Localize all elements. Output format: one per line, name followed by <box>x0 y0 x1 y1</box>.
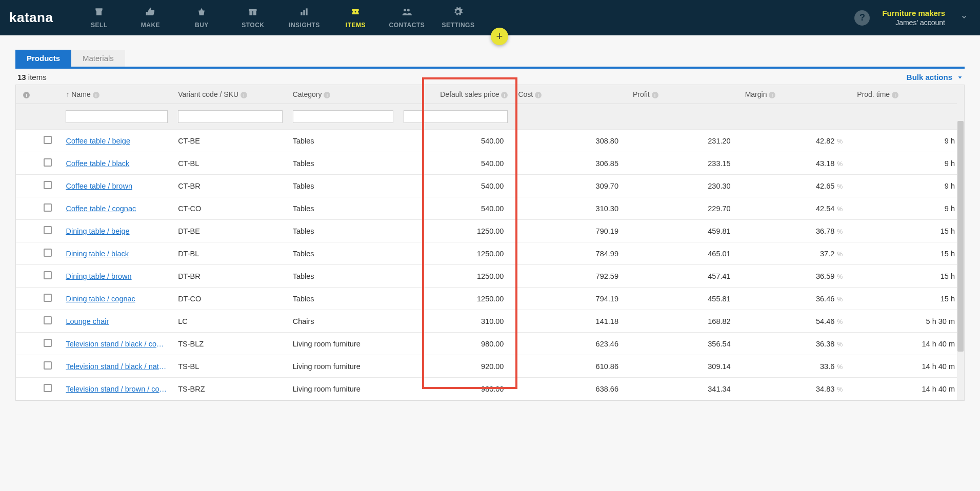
cell-sku: CT-BR <box>173 175 288 197</box>
nav-sell[interactable]: SELL <box>73 7 125 29</box>
row-checkbox[interactable] <box>44 226 52 234</box>
product-link[interactable]: Coffee table / brown <box>61 175 173 197</box>
tab-materials[interactable]: Materials <box>71 50 125 67</box>
cell-time: 15 h <box>852 220 964 242</box>
cell-price: 920.00 <box>398 355 513 378</box>
row-checkbox[interactable] <box>44 203 52 212</box>
grid-wrap: i ↑ Namei Variant code / SKUi Categoryi … <box>15 85 965 401</box>
account-user: James' account <box>882 18 945 27</box>
cell-category: Tables <box>288 152 398 175</box>
nav-buy[interactable]: BUY <box>176 7 227 29</box>
account-menu[interactable]: Furniture makers James' account <box>882 8 945 28</box>
cell-cost: 792.59 <box>513 265 628 288</box>
chevron-down-icon[interactable] <box>957 13 971 22</box>
table-row: Coffee table / brownCT-BRTables540.00309… <box>16 175 964 197</box>
tab-products[interactable]: Products <box>15 50 71 67</box>
col-category[interactable]: Categoryi <box>288 85 398 104</box>
cell-price: 1250.00 <box>398 220 513 242</box>
cell-time: 9 h <box>852 197 964 220</box>
cell-profit: 233.15 <box>628 152 740 175</box>
cell-category: Tables <box>288 220 398 242</box>
cell-cost: 610.86 <box>513 355 628 378</box>
cell-profit: 168.82 <box>628 310 740 333</box>
filter-price[interactable] <box>404 110 508 123</box>
row-checkbox[interactable] <box>44 136 52 144</box>
product-link[interactable]: Coffee table / cognac <box>61 197 173 220</box>
add-button[interactable]: + <box>491 28 508 45</box>
nav-label: STOCK <box>242 22 264 29</box>
row-checkbox[interactable] <box>44 384 52 392</box>
col-margin[interactable]: Margini <box>740 85 852 104</box>
svg-rect-3 <box>301 12 303 15</box>
cell-time: 5 h 30 m <box>852 310 964 333</box>
product-link[interactable]: Dining table / brown <box>61 265 173 288</box>
product-link[interactable]: Television stand / black / cognac <box>61 333 173 355</box>
cell-time: 14 h 40 m <box>852 378 964 400</box>
table-row: Dining table / blackDT-BLTables1250.0078… <box>16 242 964 265</box>
table-row: Lounge chairLCChairs310.00141.18168.8254… <box>16 310 964 333</box>
gear-icon <box>453 7 463 19</box>
table-row: Dining table / brownDT-BRTables1250.0079… <box>16 265 964 288</box>
cell-margin: 36.59 % <box>740 265 852 288</box>
cell-profit: 229.70 <box>628 197 740 220</box>
tabs: ProductsMaterials <box>15 50 965 67</box>
top-nav: katana SELLMAKEBUYSTOCKINSIGHTSITEMSCONT… <box>0 0 980 35</box>
bulk-actions-button[interactable]: Bulk actions <box>907 73 963 81</box>
col-profit[interactable]: Profiti <box>628 85 740 104</box>
cell-time: 15 h <box>852 242 964 265</box>
row-checkbox[interactable] <box>44 158 52 167</box>
product-link[interactable]: Television stand / brown / cognac <box>61 378 173 400</box>
product-link[interactable]: Lounge chair <box>61 310 173 333</box>
cell-time: 9 h <box>852 152 964 175</box>
scroll-thumb[interactable] <box>957 121 964 352</box>
svg-rect-5 <box>306 8 308 15</box>
filter-category[interactable] <box>293 110 393 123</box>
cell-category: Tables <box>288 288 398 310</box>
cell-profit: 356.54 <box>628 333 740 355</box>
nav-stock[interactable]: STOCK <box>227 7 278 29</box>
col-time[interactable]: Prod. timei <box>852 85 964 104</box>
nav-contacts[interactable]: CONTACTS <box>381 7 432 29</box>
products-table: i ↑ Namei Variant code / SKUi Categoryi … <box>16 85 964 400</box>
row-checkbox[interactable] <box>44 361 52 370</box>
product-link[interactable]: Television stand / black / natural <box>61 355 173 378</box>
nav-label: SETTINGS <box>442 22 474 29</box>
col-price[interactable]: Default sales pricei <box>398 85 513 104</box>
filter-name[interactable] <box>66 110 168 123</box>
cell-profit: 309.14 <box>628 355 740 378</box>
cell-category: Tables <box>288 175 398 197</box>
nav-settings[interactable]: SETTINGS <box>432 7 484 29</box>
row-checkbox[interactable] <box>44 294 52 302</box>
col-name[interactable]: ↑ Namei <box>61 85 173 104</box>
product-link[interactable]: Dining table / cognac <box>61 288 173 310</box>
col-sku[interactable]: Variant code / SKUi <box>173 85 288 104</box>
scrollbar[interactable] <box>957 85 964 400</box>
product-link[interactable]: Coffee table / beige <box>61 130 173 152</box>
nav-insights[interactable]: INSIGHTS <box>278 7 330 29</box>
col-cost[interactable]: Costi <box>513 85 628 104</box>
help-icon[interactable]: ? <box>854 10 870 26</box>
cell-price: 980.00 <box>398 333 513 355</box>
product-link[interactable]: Coffee table / black <box>61 152 173 175</box>
row-checkbox[interactable] <box>44 316 52 324</box>
nav-label: INSIGHTS <box>289 22 320 29</box>
nav-make[interactable]: MAKE <box>125 7 176 29</box>
cell-cost: 790.19 <box>513 220 628 242</box>
product-link[interactable]: Dining table / black <box>61 242 173 265</box>
nav-label: ITEMS <box>346 22 366 29</box>
row-checkbox[interactable] <box>44 181 52 189</box>
filter-sku[interactable] <box>178 110 283 123</box>
row-checkbox[interactable] <box>44 271 52 279</box>
cell-profit: 231.20 <box>628 130 740 152</box>
cell-margin: 42.82 % <box>740 130 852 152</box>
logo[interactable]: katana <box>9 10 53 26</box>
col-info-icon[interactable]: i <box>16 85 34 104</box>
product-link[interactable]: Dining table / beige <box>61 220 173 242</box>
nav-label: SELL <box>91 22 108 29</box>
nav-items[interactable]: ITEMS <box>330 7 381 29</box>
row-checkbox[interactable] <box>44 249 52 257</box>
svg-rect-4 <box>304 10 305 15</box>
row-checkbox[interactable] <box>44 339 52 347</box>
cell-price: 310.00 <box>398 310 513 333</box>
table-row: Coffee table / blackCT-BLTables540.00306… <box>16 152 964 175</box>
